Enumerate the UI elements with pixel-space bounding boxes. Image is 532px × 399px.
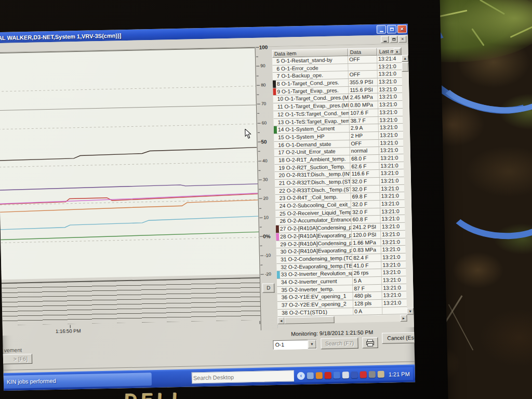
column-header-data[interactable]: Data xyxy=(348,48,377,56)
minimize-icon xyxy=(383,41,387,42)
pdf-icon[interactable] xyxy=(325,372,331,379)
cell-last-time: 13:21:0 xyxy=(380,177,404,185)
cell-last-time: 13:21:0 xyxy=(378,86,402,94)
cell-data-value: 2.9 A xyxy=(350,124,379,132)
unit-select-combobox[interactable]: O-1 ▼ xyxy=(273,339,316,350)
modem-icon[interactable] xyxy=(378,371,384,378)
cell-last-time: 13:21:4 xyxy=(377,55,402,63)
y-axis-tick xyxy=(259,189,261,190)
vertical-scroll-thumb[interactable] xyxy=(402,62,408,72)
cell-last-time: 13:21:0 xyxy=(382,284,406,291)
cell-last-time: 13:21:0 xyxy=(379,124,403,131)
mouse-cursor xyxy=(245,129,252,139)
horizontal-scroll-thumb[interactable] xyxy=(284,316,334,324)
cell-last-time: 13:21:0 xyxy=(382,299,407,307)
gridline xyxy=(0,162,257,167)
cell-data-value: 69.8 F xyxy=(351,193,380,201)
chart-svg xyxy=(0,48,260,281)
cell-data-item: 38 O-2-CT1(STD1) xyxy=(277,308,353,317)
browser-icon[interactable] xyxy=(360,371,367,378)
y-axis-tick xyxy=(257,113,259,114)
sort-arrow-icon[interactable]: ▲ xyxy=(394,48,401,54)
display-icon[interactable] xyxy=(342,371,349,378)
y-axis-label: 20 xyxy=(263,196,269,201)
digital-mode-button[interactable]: D xyxy=(262,283,274,292)
main-area: 1:16:50 PM 1:21:50 PM 100908070605040302… xyxy=(0,44,414,336)
search-input[interactable] xyxy=(193,371,292,382)
cyan-line xyxy=(0,216,258,230)
cell-data-value: 0.83 MPa xyxy=(352,246,381,254)
cell-data-value: 2 HP xyxy=(350,132,379,140)
y-axis-tick xyxy=(257,85,260,85)
y-axis-label: 50 xyxy=(261,139,267,144)
cell-data-value: 107.6 F xyxy=(349,109,378,117)
series-color-swatch xyxy=(273,88,276,96)
minimize-button[interactable] xyxy=(377,25,386,34)
taskbar-task-button[interactable]: KIN jobs performed xyxy=(4,373,152,389)
column-header-last-m[interactable]: Last m ▲ xyxy=(377,47,402,56)
cell-data-value: OFF xyxy=(348,56,377,63)
mdi-restore-button[interactable] xyxy=(390,36,397,43)
y-axis-tick xyxy=(258,132,260,133)
cell-data-value: 120.0 PSI xyxy=(352,231,381,239)
taskbar-clock: 1:21 PM xyxy=(389,370,410,377)
cell-last-time: 13:21:0 xyxy=(380,208,405,216)
y-axis-label: 40 xyxy=(262,158,268,163)
scroll-left-icon[interactable]: ◄ xyxy=(277,317,284,324)
cell-last-time: 13:21:0 xyxy=(378,93,402,101)
cell-last-time: 13:21:0 xyxy=(379,139,403,147)
y-axis-tick xyxy=(259,208,261,208)
hide-icons-chevron-icon[interactable]: ‹ xyxy=(297,372,305,380)
cell-data-value: 0.80 MPa xyxy=(349,101,378,109)
search-desktop-bar[interactable] xyxy=(192,370,305,384)
y-axis-label: 10 xyxy=(263,215,269,220)
cell-data-value: 82.4 F xyxy=(352,254,381,262)
cell-last-time xyxy=(382,307,407,314)
cell-data-value: normal xyxy=(350,147,379,155)
scroll-right-icon[interactable]: ► xyxy=(400,315,407,322)
series-color-swatch xyxy=(277,271,280,278)
cell-last-time: 13:21:0 xyxy=(377,63,402,71)
cell-data-value: 5 A xyxy=(353,277,382,285)
network-icon[interactable] xyxy=(351,371,358,378)
y-axis-label: 70 xyxy=(261,101,267,107)
gridline xyxy=(1,237,259,243)
cell-last-time: 13:21:0 xyxy=(381,254,406,261)
cell-last-time: 13:21:0 xyxy=(382,291,406,299)
cell-last-time: 13:21:0 xyxy=(379,147,404,154)
cancel-button[interactable]: Cancel (Esc) xyxy=(382,332,415,344)
scroll-down-icon[interactable]: ▼ xyxy=(407,308,414,315)
volume-icon[interactable] xyxy=(307,373,314,379)
cell-last-time: 13:21:0 xyxy=(381,231,405,238)
gridline xyxy=(0,105,256,110)
window-title: AL WALKER,D3-NET,System 1,VRV-3S(cmn))] xyxy=(0,32,122,41)
monitoring-status: Monitoring: 9/18/2012 1:21:50 PM xyxy=(291,329,373,337)
cell-data-value: 26 rps xyxy=(353,269,382,277)
cell-data-value: 1.66 MPa xyxy=(352,238,381,246)
cell-last-time: 13:21:0 xyxy=(378,116,403,124)
y-axis-tick xyxy=(259,198,262,199)
cell-data-value: 116.6 F xyxy=(351,170,380,178)
tray-icons-container xyxy=(307,371,384,379)
print-button[interactable] xyxy=(362,337,378,349)
system-tray: ‹ 1:21 PM xyxy=(294,367,413,383)
dark-brown-line xyxy=(0,148,257,161)
chevron-down-icon[interactable]: ▼ xyxy=(308,340,316,348)
cell-last-time: 13:21:0 xyxy=(378,109,403,116)
scroll-up-icon[interactable]: ▲ xyxy=(402,55,408,62)
movement-f6-button[interactable]: > [F6] xyxy=(0,354,32,365)
mdi-close-button[interactable]: × xyxy=(398,36,406,43)
close-button[interactable]: × xyxy=(397,25,407,33)
search-button[interactable]: Search (F7) xyxy=(321,338,358,350)
purple-line xyxy=(0,183,258,190)
mdi-minimize-button[interactable] xyxy=(381,36,389,43)
cell-data-value: 68.0 F xyxy=(350,155,379,163)
gridline xyxy=(0,86,256,91)
update-icon[interactable] xyxy=(316,372,323,379)
restore-button[interactable] xyxy=(387,25,396,33)
y-axis-tick xyxy=(258,123,261,123)
messenger-icon[interactable] xyxy=(334,372,340,379)
agent-icon[interactable] xyxy=(369,371,376,378)
y-axis-tick xyxy=(256,66,259,66)
minimize-icon xyxy=(379,31,383,32)
